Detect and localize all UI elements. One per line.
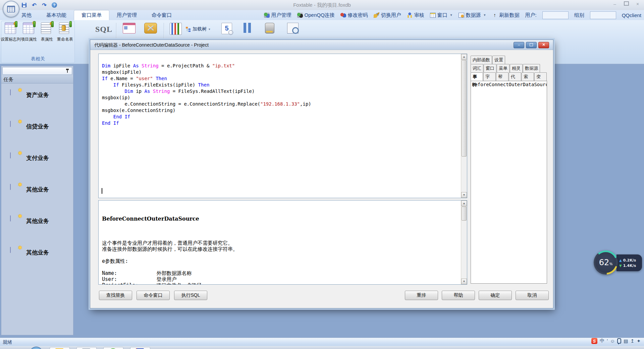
panel-tab-窗口[interactable]: 窗口 — [484, 64, 496, 72]
scroll-thumb[interactable] — [462, 207, 467, 221]
group-input[interactable] — [590, 11, 616, 19]
task-item[interactable]: ✱其他业务 — [1, 214, 73, 228]
keyboard-icon[interactable]: ▤ — [624, 338, 628, 344]
strip-item[interactable]: 审核 — [407, 12, 424, 18]
dialog-close-icon[interactable]: ✕ — [538, 42, 549, 48]
panel-tab-精灵[interactable]: 精灵 — [510, 64, 523, 72]
dialog-button[interactable]: 重排 — [405, 291, 438, 300]
memory-usage-ball[interactable]: 62 % — [594, 250, 618, 275]
ribbon-tool-重命名表[interactable]: 重命名表 — [56, 22, 74, 42]
ribbon-tab[interactable]: 基本功能 — [39, 10, 74, 20]
task-item[interactable]: ✱信贷业务 — [1, 120, 73, 133]
calendar5-icon[interactable]: 5 — [221, 23, 232, 34]
strip-item[interactable]: 窗口▼ — [430, 12, 453, 18]
taskbar-button[interactable] — [76, 347, 97, 349]
strip-item-label: 数据源 — [466, 12, 481, 18]
event-list[interactable]: BeforeConnectOuterDataSource — [471, 81, 547, 284]
scroll-thumb[interactable] — [462, 60, 467, 157]
task-item[interactable]: ✱其他业务 — [1, 246, 73, 259]
ribbon-tool-设置标志列[interactable]: ☛设置标志列 — [2, 22, 19, 42]
redo-icon[interactable]: ↷ — [41, 2, 48, 8]
scroll-down-icon[interactable]: ▼ — [461, 279, 467, 284]
sidebar-pin-bar[interactable] — [2, 67, 72, 75]
close-icon[interactable]: × — [635, 2, 641, 6]
strip-item[interactable]: 数据源▼ — [459, 12, 486, 18]
ribbon-tab[interactable]: 命令窗口 — [144, 10, 179, 20]
undo-icon[interactable]: ↶ — [31, 2, 38, 8]
download-arrow-icon: ▼ — [619, 264, 622, 268]
ribbon-tool-表属性[interactable]: ☛表属性 — [38, 22, 56, 42]
emoticon-icon[interactable]: ☺ — [610, 338, 615, 344]
punctuation-icon[interactable]: ’ — [607, 338, 608, 344]
panel-tab-词汇[interactable]: 词汇 — [471, 64, 483, 72]
pause-icon[interactable] — [244, 23, 251, 33]
strip-item[interactable]: 用户管理 — [264, 12, 291, 18]
code-scrollbar[interactable]: ▲ ▼ — [461, 54, 467, 198]
up-arrow-icon[interactable]: ↥ — [631, 338, 635, 344]
code-line: If e.Name = "user" Then — [102, 75, 460, 82]
panel-tab-帮助[interactable]: 帮助 — [496, 72, 508, 81]
scroll-up-icon[interactable]: ▲ — [461, 200, 467, 206]
task-item[interactable]: ✱资产业务 — [1, 88, 73, 102]
panel-tab-数据源[interactable]: 数据源 — [523, 64, 540, 72]
strip-item[interactable]: 切换用户 — [374, 12, 401, 18]
dialog-button[interactable]: 确定 — [479, 291, 512, 300]
panel-tab-字段[interactable]: 字段 — [483, 72, 496, 81]
task-item[interactable]: ✱支付业务 — [1, 151, 73, 165]
dialog-button[interactable]: 取消 — [516, 291, 549, 300]
task-item[interactable]: ✱其他业务 — [1, 183, 73, 196]
panel-tab-内部函数[interactable]: 内部函数 — [471, 56, 492, 64]
strip-item[interactable]: OpenQQ连接 — [297, 12, 335, 18]
taskbar-button[interactable] — [130, 347, 150, 349]
datasource-icon — [459, 13, 464, 18]
maximize-icon[interactable] — [623, 1, 629, 6]
minimize-icon[interactable]: – — [612, 2, 618, 6]
load-tree-button[interactable]: 加载树 ▾ — [186, 26, 210, 32]
scroll-up-icon[interactable]: ▲ — [461, 54, 467, 60]
taskbar-button[interactable] — [50, 347, 70, 349]
ribbon-tab[interactable]: 用户管理 — [109, 10, 144, 20]
strip-item[interactable]: ↑刷新数据 — [492, 12, 519, 18]
star-overlay-icon: ✱ — [18, 182, 22, 188]
strip-item[interactable]: 修改密码 — [340, 12, 368, 18]
panel-tab-变量[interactable]: 变量 — [534, 72, 547, 81]
search-table-icon[interactable] — [287, 23, 299, 34]
panel-tab-菜单[interactable]: 菜单 — [497, 64, 509, 72]
code-editor-area[interactable]: Dim ipFile As String = e.ProjectPath & "… — [98, 54, 467, 198]
dialog-minimize-icon[interactable]: – — [514, 42, 524, 48]
toolbox-icon[interactable] — [144, 23, 157, 34]
sogou-logo-icon[interactable]: S — [591, 338, 597, 344]
panel-tab-索引[interactable]: 索引 — [522, 72, 534, 81]
toolbox-icon[interactable]: ✦ — [637, 338, 641, 344]
save-icon[interactable] — [21, 2, 28, 8]
code-text: Dim ipFile As String = e.ProjectPath & "… — [102, 63, 460, 126]
dialog-button[interactable]: 帮助 — [442, 291, 475, 300]
ribbon-tool-项目属性[interactable]: ✱项目属性 — [20, 22, 38, 42]
application-menu-button[interactable] — [3, 1, 19, 17]
user-card-icon[interactable] — [123, 23, 136, 34]
star-overlay-icon: ✱ — [18, 150, 22, 156]
panel-tab-设置[interactable]: 设置 — [492, 56, 505, 64]
panel-tab-代码[interactable]: 代码 — [509, 72, 521, 81]
ribbon-tab[interactable]: 窗口菜单 — [74, 10, 109, 20]
taskbar-button[interactable] — [103, 347, 123, 349]
start-orb-icon[interactable] — [30, 347, 43, 349]
event-list-item[interactable]: BeforeConnectOuterDataSource — [471, 81, 547, 88]
strip-item-label: 审核 — [414, 12, 424, 18]
help-icon[interactable]: ? — [51, 2, 58, 8]
user-input[interactable] — [542, 11, 569, 19]
cn-mode-icon[interactable]: 中 — [600, 338, 604, 344]
dialog-restore-icon[interactable] — [526, 42, 537, 48]
dialog-title-bar[interactable]: 代码编辑器 - BeforeConnectOuterDataSource - P… — [90, 40, 553, 50]
scroll-down-icon[interactable]: ▼ — [461, 192, 467, 198]
pin-icon[interactable] — [66, 69, 69, 73]
color-table-icon[interactable] — [170, 23, 182, 35]
dialog-button[interactable]: 命令窗口 — [137, 291, 170, 300]
sql-icon[interactable]: SQL — [95, 25, 112, 34]
panel-tab-事件[interactable]: 事件 — [471, 72, 483, 81]
dialog-button[interactable]: 执行SQL — [174, 291, 207, 300]
help-scrollbar[interactable]: ▲ ▼ — [461, 200, 467, 284]
server-icon[interactable] — [265, 23, 274, 34]
dialog-button[interactable]: 查找替换 — [99, 291, 132, 300]
mic-icon[interactable] — [617, 338, 621, 344]
